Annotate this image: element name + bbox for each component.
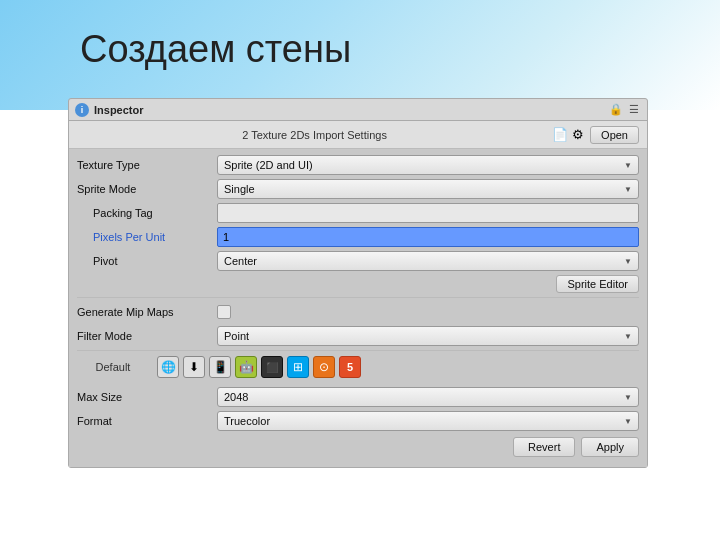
titlebar-right-icons: 🔒 ☰ bbox=[609, 103, 641, 117]
max-size-arrow: ▼ bbox=[624, 393, 632, 402]
max-size-dropdown[interactable]: 2048 ▼ bbox=[217, 387, 639, 407]
max-size-value: 2048 bbox=[224, 391, 248, 403]
sprite-mode-dropdown[interactable]: Single ▼ bbox=[217, 179, 639, 199]
platform-icons: 🌐 ⬇ 📱 🤖 ⬛ ⊞ ⊙ 5 bbox=[157, 356, 361, 378]
settings-icon: ⚙ bbox=[572, 127, 584, 142]
import-icon: 📄 bbox=[552, 127, 568, 142]
filter-mode-label: Filter Mode bbox=[77, 330, 217, 342]
pivot-dropdown[interactable]: Center ▼ bbox=[217, 251, 639, 271]
inspector-subheader: 2 Texture 2Ds Import Settings 📄 ⚙ Open bbox=[69, 121, 647, 149]
packing-tag-row: Packing Tag bbox=[77, 203, 639, 223]
texture-type-control[interactable]: Sprite (2D and UI) ▼ bbox=[217, 155, 639, 175]
apply-button[interactable]: Apply bbox=[581, 437, 639, 457]
generate-mip-maps-control bbox=[217, 305, 639, 319]
packing-tag-input[interactable] bbox=[217, 203, 639, 223]
texture-type-dropdown[interactable]: Sprite (2D and UI) ▼ bbox=[217, 155, 639, 175]
inspector-panel: i Inspector 🔒 ☰ 2 Texture 2Ds Import Set… bbox=[68, 98, 648, 468]
format-dropdown[interactable]: Truecolor ▼ bbox=[217, 411, 639, 431]
platform-orange-btn[interactable]: ⊙ bbox=[313, 356, 335, 378]
packing-tag-control bbox=[217, 203, 639, 223]
filter-mode-control[interactable]: Point ▼ bbox=[217, 326, 639, 346]
lock-icon: 🔒 bbox=[609, 103, 623, 117]
format-label: Format bbox=[77, 415, 217, 427]
pivot-arrow: ▼ bbox=[624, 257, 632, 266]
pivot-label: Pivot bbox=[77, 255, 217, 267]
platform-blackberry-btn[interactable]: ⬛ bbox=[261, 356, 283, 378]
filter-mode-dropdown[interactable]: Point ▼ bbox=[217, 326, 639, 346]
inspector-titlebar: i Inspector 🔒 ☰ bbox=[69, 99, 647, 121]
pixels-per-unit-control[interactable]: 1 bbox=[217, 227, 639, 247]
generate-mip-maps-label: Generate Mip Maps bbox=[77, 306, 217, 318]
sprite-mode-control[interactable]: Single ▼ bbox=[217, 179, 639, 199]
max-size-control[interactable]: 2048 ▼ bbox=[217, 387, 639, 407]
format-row: Format Truecolor ▼ bbox=[77, 411, 639, 431]
texture-type-label: Texture Type bbox=[77, 159, 217, 171]
inspector-info-icon: i bbox=[75, 103, 89, 117]
generate-mip-maps-row: Generate Mip Maps bbox=[77, 302, 639, 322]
max-size-row: Max Size 2048 ▼ bbox=[77, 387, 639, 407]
page-title: Создаем стены bbox=[80, 28, 351, 71]
revert-button[interactable]: Revert bbox=[513, 437, 575, 457]
texture-type-value: Sprite (2D and UI) bbox=[224, 159, 313, 171]
menu-icon[interactable]: ☰ bbox=[627, 103, 641, 117]
platform-html5-btn[interactable]: 5 bbox=[339, 356, 361, 378]
pixels-per-unit-input[interactable]: 1 bbox=[217, 227, 639, 247]
platform-download-btn[interactable]: ⬇ bbox=[183, 356, 205, 378]
format-control[interactable]: Truecolor ▼ bbox=[217, 411, 639, 431]
inspector-title: Inspector bbox=[94, 104, 144, 116]
pixels-per-unit-row: Pixels Per Unit 1 bbox=[77, 227, 639, 247]
format-arrow: ▼ bbox=[624, 417, 632, 426]
inspector-bottom: Max Size 2048 ▼ Format Truecolor ▼ Rever… bbox=[69, 383, 647, 467]
sprite-mode-arrow: ▼ bbox=[624, 185, 632, 194]
texture-type-row: Texture Type Sprite (2D and UI) ▼ bbox=[77, 155, 639, 175]
separator-1 bbox=[77, 297, 639, 298]
sprite-editor-button[interactable]: Sprite Editor bbox=[556, 275, 639, 293]
sprite-mode-value: Single bbox=[224, 183, 255, 195]
platform-label: Default bbox=[77, 361, 157, 373]
pivot-value: Center bbox=[224, 255, 257, 267]
sprite-editor-row: Sprite Editor bbox=[77, 275, 639, 293]
subheader-text: 2 Texture 2Ds Import Settings bbox=[77, 129, 552, 141]
pixels-per-unit-label: Pixels Per Unit bbox=[77, 231, 217, 243]
platform-row: Default 🌐 ⬇ 📱 🤖 ⬛ ⊞ ⊙ 5 bbox=[77, 355, 639, 379]
open-button[interactable]: Open bbox=[590, 126, 639, 144]
format-value: Truecolor bbox=[224, 415, 270, 427]
max-size-label: Max Size bbox=[77, 391, 217, 403]
sprite-mode-row: Sprite Mode Single ▼ bbox=[77, 179, 639, 199]
filter-mode-row: Filter Mode Point ▼ bbox=[77, 326, 639, 346]
platform-windows-btn[interactable]: ⊞ bbox=[287, 356, 309, 378]
sprite-mode-label: Sprite Mode bbox=[77, 183, 217, 195]
texture-type-arrow: ▼ bbox=[624, 161, 632, 170]
pivot-row: Pivot Center ▼ bbox=[77, 251, 639, 271]
packing-tag-label: Packing Tag bbox=[77, 207, 217, 219]
separator-2 bbox=[77, 350, 639, 351]
pivot-control[interactable]: Center ▼ bbox=[217, 251, 639, 271]
action-buttons-row: Revert Apply bbox=[77, 437, 639, 461]
platform-globe-btn[interactable]: 🌐 bbox=[157, 356, 179, 378]
platform-android-btn[interactable]: 🤖 bbox=[235, 356, 257, 378]
subheader-icons: 📄 ⚙ bbox=[552, 127, 584, 142]
filter-mode-value: Point bbox=[224, 330, 249, 342]
platform-phone-btn[interactable]: 📱 bbox=[209, 356, 231, 378]
filter-mode-arrow: ▼ bbox=[624, 332, 632, 341]
inspector-body: Texture Type Sprite (2D and UI) ▼ Sprite… bbox=[69, 149, 647, 379]
generate-mip-maps-checkbox[interactable] bbox=[217, 305, 231, 319]
